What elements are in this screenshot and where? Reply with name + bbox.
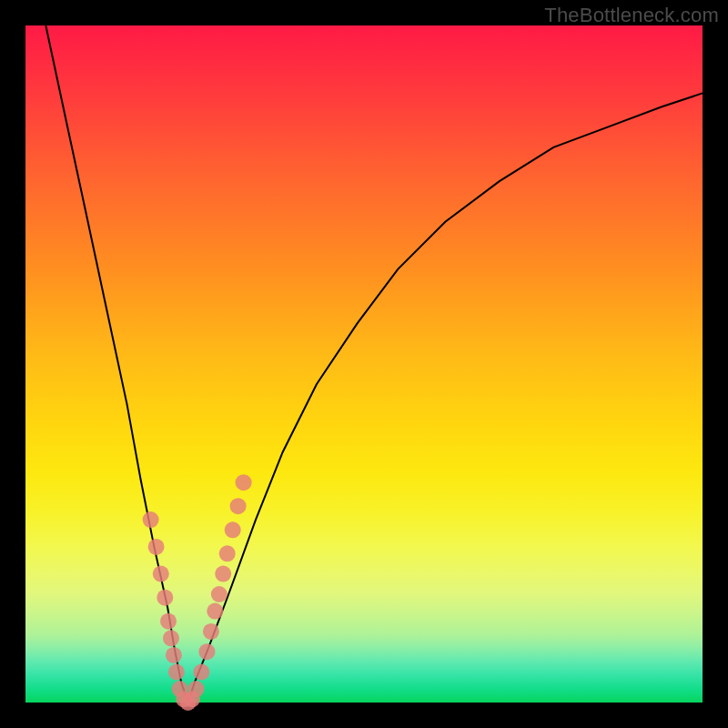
sample-dot (153, 566, 169, 582)
sample-dot (225, 521, 241, 538)
sample-dot (157, 590, 173, 606)
sample-dot (168, 664, 185, 681)
sample-dot (230, 498, 247, 514)
sample-dot (236, 474, 252, 490)
sample-dot (188, 681, 205, 697)
sample-dot (163, 630, 179, 646)
sample-dot (193, 664, 209, 681)
sample-dot (198, 643, 215, 660)
sample-dot (160, 613, 177, 630)
sample-dot (166, 647, 182, 663)
sample-dot (215, 566, 231, 582)
outer-frame: TheBottleneck.com (0, 0, 728, 728)
sample-dot (203, 623, 219, 640)
sample-dot (207, 603, 223, 620)
watermark-text: TheBottleneck.com (544, 4, 719, 27)
bottleneck-curve-svg (25, 25, 703, 703)
bottleneck-curve (46, 25, 703, 703)
sample-dot (219, 545, 236, 561)
sample-dot (143, 511, 159, 528)
sample-dot (211, 586, 228, 602)
sample-dots-group (143, 474, 252, 711)
plot-area (25, 25, 703, 703)
sample-dot (148, 539, 165, 555)
